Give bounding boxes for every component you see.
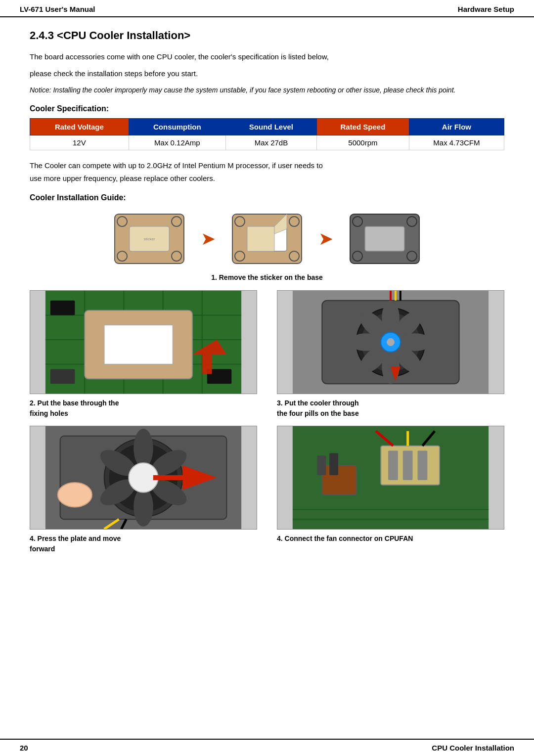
intro-text-2: please check the installation steps befo… bbox=[30, 68, 504, 80]
photo-block-step3: 3. Put the cooler through the four pills… bbox=[277, 290, 504, 419]
cell-air-flow: Max 4.73CFM bbox=[409, 135, 504, 150]
bracket-with-sticker: sticker bbox=[110, 209, 189, 268]
photo-block-step4: 4. Press the plate and move forward bbox=[30, 426, 257, 554]
svg-rect-80 bbox=[329, 453, 338, 476]
bracket-no-sticker bbox=[345, 209, 424, 268]
svg-rect-31 bbox=[104, 325, 173, 364]
svg-text:sticker: sticker bbox=[143, 237, 155, 241]
header-left: LV-671 User's Manual bbox=[20, 5, 95, 13]
svg-rect-17 bbox=[365, 226, 404, 251]
spec-table: Rated Voltage Consumption Sound Level Ra… bbox=[30, 118, 504, 150]
svg-rect-79 bbox=[317, 456, 326, 476]
svg-point-13 bbox=[289, 251, 299, 261]
footer-section-name: CPU Cooler Installation bbox=[432, 744, 514, 752]
section-title: 2.4.3 <CPU Cooler Installation> bbox=[30, 29, 504, 42]
cell-rated-speed: 5000rpm bbox=[317, 135, 409, 150]
svg-point-21 bbox=[407, 251, 417, 261]
step2-caption: 2. Put the base through the fixing holes bbox=[30, 398, 119, 419]
svg-point-5 bbox=[172, 251, 181, 261]
arrow-icon-1: ➤ bbox=[201, 228, 216, 249]
intro-text-1: The board accessories come with one CPU … bbox=[30, 51, 504, 63]
svg-rect-74 bbox=[417, 451, 427, 480]
arrow-icon-2: ➤ bbox=[318, 228, 333, 249]
page-footer: 20 CPU Cooler Installation bbox=[0, 739, 534, 756]
svg-point-49 bbox=[387, 338, 395, 346]
col-header-air-flow: Air Flow bbox=[409, 119, 504, 135]
photo-step5 bbox=[277, 426, 504, 530]
page-header: LV-671 User's Manual Hardware Setup bbox=[0, 0, 534, 17]
svg-point-12 bbox=[235, 251, 245, 261]
step4-caption: 4. Press the plate and move forward bbox=[30, 534, 121, 554]
step3-caption: 3. Put the cooler through the four pills… bbox=[277, 398, 359, 419]
page-content: 2.4.3 <CPU Cooler Installation> The boar… bbox=[0, 17, 534, 739]
svg-point-18 bbox=[353, 217, 362, 226]
svg-point-61 bbox=[134, 488, 153, 527]
svg-rect-34 bbox=[50, 369, 75, 384]
svg-rect-72 bbox=[388, 451, 398, 480]
svg-point-4 bbox=[117, 251, 127, 261]
svg-point-10 bbox=[235, 217, 245, 226]
cooler-spec-title: Cooler Specification: bbox=[30, 104, 504, 113]
cell-sound-level: Max 27dB bbox=[225, 135, 316, 150]
cell-consumption: Max 0.12Amp bbox=[129, 135, 225, 150]
photos-row-2: 4. Press the plate and move forward bbox=[30, 426, 504, 554]
photo-block-step2: 2. Put the base through the fixing holes bbox=[30, 290, 257, 419]
svg-point-3 bbox=[172, 217, 181, 226]
photo-step3 bbox=[277, 290, 504, 394]
photo-step4 bbox=[30, 426, 257, 530]
page: LV-671 User's Manual Hardware Setup 2.4.… bbox=[0, 0, 534, 756]
svg-point-2 bbox=[117, 217, 127, 226]
footer-page-number: 20 bbox=[20, 744, 28, 752]
svg-point-20 bbox=[353, 251, 362, 261]
col-header-rated-voltage: Rated Voltage bbox=[30, 119, 129, 135]
sticker-diagram: sticker ➤ ➤ bbox=[30, 209, 504, 268]
photos-row-1: 2. Put the base through the fixing holes bbox=[30, 290, 504, 419]
svg-rect-32 bbox=[50, 301, 75, 315]
body-text-1: The Cooler can compete with up to 2.0GHz… bbox=[30, 159, 504, 184]
step5-caption: 4. Connect the fan connector on CPUFAN bbox=[277, 534, 413, 544]
svg-rect-14 bbox=[247, 226, 274, 251]
svg-point-58 bbox=[134, 429, 153, 468]
svg-point-11 bbox=[289, 217, 299, 226]
table-row: 12V Max 0.12Amp Max 27dB 5000rpm Max 4.7… bbox=[30, 135, 504, 150]
step1-caption: 1. Remove the sticker on the base bbox=[30, 273, 504, 281]
svg-point-19 bbox=[407, 217, 417, 226]
photo-block-step5: 4. Connect the fan connector on CPUFAN bbox=[277, 426, 504, 544]
header-right: Hardware Setup bbox=[458, 5, 514, 13]
svg-point-65 bbox=[58, 483, 92, 507]
col-header-rated-speed: Rated Speed bbox=[317, 119, 409, 135]
install-guide-title: Cooler Installation Guide: bbox=[30, 193, 504, 202]
svg-rect-73 bbox=[403, 451, 413, 480]
svg-rect-78 bbox=[322, 466, 356, 495]
notice-text: Notice: Installing the cooler improperly… bbox=[30, 85, 504, 95]
col-header-sound-level: Sound Level bbox=[225, 119, 316, 135]
photo-step2 bbox=[30, 290, 257, 394]
bracket-sticker-removing bbox=[227, 209, 307, 268]
cell-rated-voltage: 12V bbox=[30, 135, 129, 150]
col-header-consumption: Consumption bbox=[129, 119, 225, 135]
